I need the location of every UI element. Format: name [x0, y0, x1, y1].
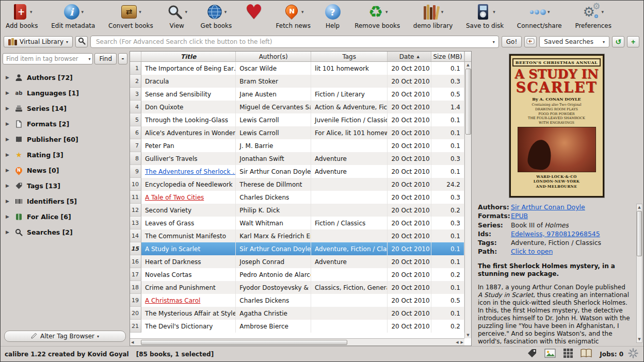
book-tags-cell[interactable] [311, 229, 388, 242]
toolbar-button-convert-books[interactable]: ⇄▾Convert books [107, 2, 154, 29]
toolbar-button-library[interactable]: ▾demo library [412, 2, 454, 29]
book-date-cell[interactable]: 20 Oct 2010 [388, 229, 431, 242]
column-header-size[interactable]: Size (MB) [431, 52, 464, 61]
book-tags-cell[interactable]: For Alice, lit 101 homework [311, 126, 388, 139]
column-header-authors[interactable]: Author(s) [236, 52, 311, 61]
book-row[interactable]: 8Gulliver's TravelsJonathan SwiftAdventu… [130, 152, 464, 165]
book-size-cell[interactable]: 1.4 [431, 101, 464, 113]
book-authors-cell[interactable]: Oscar Wilde [236, 62, 311, 75]
book-tags-cell[interactable]: Adventure, Fiction / Clas… [311, 242, 388, 255]
book-tags-cell[interactable] [311, 178, 388, 191]
book-title-cell[interactable]: Novelas Cortas [141, 268, 236, 281]
book-date-cell[interactable]: 20 Oct 2010 [388, 307, 431, 320]
book-size-cell[interactable]: 0.1 [431, 255, 464, 268]
book-row[interactable]: 12Second VarietyPhilip K. Dick20 Oct 201… [130, 204, 464, 217]
book-title-cell[interactable]: Through the Looking-Glass [141, 113, 236, 126]
book-row[interactable]: 15A Study in ScarletSir Arthur Conan Doy… [130, 242, 464, 255]
detail-field-value[interactable]: Click to open [511, 247, 553, 256]
book-title-cell[interactable]: Encyclopedia of Needlework [141, 178, 236, 191]
book-authors-cell[interactable]: Therese de Dillmont [236, 178, 311, 191]
book-authors-cell[interactable]: Sir Arthur Conan Doyle [236, 165, 311, 178]
book-tags-cell[interactable]: lit 101 homework [311, 62, 388, 75]
sidebar-item-news[interactable]: ▶NNews [0] [3, 162, 127, 178]
toolbar-button-fetch-news[interactable]: N▾Fetch news [275, 2, 312, 29]
book-size-cell[interactable]: 0.1 [431, 165, 464, 178]
scroll-left-arrow[interactable]: ◀ [456, 339, 458, 345]
book-authors-cell[interactable]: Joseph Conrad [236, 255, 311, 268]
expand-triangle-icon[interactable]: ▶ [6, 183, 11, 188]
book-row[interactable]: 19A Christmas CarolCharles Dickens20 Oct… [130, 294, 464, 307]
find-button[interactable]: Find [94, 53, 117, 64]
book-size-cell[interactable]: 0.1 [431, 62, 464, 75]
book-date-cell[interactable]: 20 Oct 2010 [388, 113, 431, 126]
book-authors-cell[interactable]: Pedro Antonio de Alarcón [236, 268, 311, 281]
toolbar-button-edit-metadata[interactable]: i▾Edit metadata [50, 2, 96, 29]
vertical-scroll-thumb[interactable] [465, 69, 471, 135]
book-size-cell[interactable]: 0.1 [431, 307, 464, 320]
search-history-dropdown-icon[interactable]: ▾ [493, 40, 495, 44]
toolbar-button-save-to-disk[interactable]: ▾Save to disk [465, 2, 505, 29]
book-size-cell[interactable]: 0.2 [431, 204, 464, 217]
chevron-down-icon[interactable]: ▾ [139, 9, 141, 14]
book-size-cell[interactable]: 0.5 [431, 88, 464, 101]
sidebar-item-publisher[interactable]: ▶Publisher [60] [3, 131, 127, 147]
book-authors-cell[interactable]: Philip K. Dick [236, 204, 311, 217]
book-authors-cell[interactable]: Walt Whitman [236, 217, 311, 229]
toolbar-button-add-books[interactable]: +▾Add books [5, 2, 39, 29]
book-size-cell[interactable]: 0.5 [431, 294, 464, 307]
book-authors-cell[interactable]: Lewis Carroll [236, 113, 311, 126]
book-title-cell[interactable]: The Communist Manifesto [141, 229, 236, 242]
book-title-cell[interactable]: A Christmas Carol [141, 294, 236, 307]
chevron-down-icon[interactable]: ▾ [82, 9, 84, 14]
book-row[interactable]: 21The Devil's DictionaryAmbrose Bierce20… [130, 320, 464, 333]
expand-triangle-icon[interactable]: ▶ [6, 75, 11, 80]
alter-tag-browser-button[interactable]: Alter Tag Browser ▾ [4, 331, 126, 342]
book-size-cell[interactable]: 0.3 [431, 75, 464, 88]
sidebar-item-tags[interactable]: ▶Tags [13] [3, 178, 127, 193]
details-scroll-thumb[interactable] [637, 211, 642, 256]
go-button[interactable]: Go! [502, 36, 522, 47]
toolbar-button-view[interactable]: ▾View [165, 2, 188, 29]
book-size-cell[interactable]: 0.1 [431, 242, 464, 255]
tag-browser-find-input[interactable] [3, 53, 93, 64]
toolbar-button-remove-books[interactable]: ♻▾Remove books [353, 2, 401, 29]
book-title-cell[interactable]: The Mysterious Affair at Styles [141, 307, 236, 320]
book-size-cell[interactable]: 24.2 [431, 178, 464, 191]
scroll-up-arrow[interactable]: ▲ [466, 62, 469, 68]
book-tags-cell[interactable] [311, 204, 388, 217]
book-size-cell[interactable]: 0.1 [431, 281, 464, 294]
scroll-up-arrow[interactable]: ▲ [638, 204, 640, 210]
expand-triangle-icon[interactable]: ▶ [6, 214, 11, 219]
vertical-scrollbar[interactable]: ▲ ▼ [464, 62, 471, 338]
book-row[interactable]: 16Heart of DarknessJoseph ConradAdventur… [130, 255, 464, 268]
book-authors-cell[interactable]: Miguel de Cervantes Saa… [236, 101, 311, 113]
sidebar-item-searches[interactable]: ▶Searches [2] [3, 224, 127, 240]
book-size-cell[interactable]: 0.3 [431, 191, 464, 204]
book-date-cell[interactable]: 20 Oct 2010 [388, 204, 431, 217]
book-title-cell[interactable]: The Adventures of Sherlock … [141, 165, 236, 178]
book-date-cell[interactable]: 20 Oct 2010 [388, 255, 431, 268]
book-row[interactable]: 9The Adventures of Sherlock …Sir Arthur … [130, 165, 464, 178]
book-authors-cell[interactable]: Jonathan Swift [236, 152, 311, 165]
book-size-cell[interactable]: 0.1 [431, 126, 464, 139]
book-date-cell[interactable]: 20 Oct 2010 [388, 152, 431, 165]
book-date-cell[interactable]: 20 Oct 2010 [388, 320, 431, 333]
toolbar-button-help[interactable]: ?Help [323, 2, 343, 29]
sidebar-item-rating[interactable]: ▶★Rating [3] [3, 147, 127, 162]
book-date-cell[interactable]: 20 Oct 2010 [388, 101, 431, 113]
sidebar-item-series[interactable]: ▶Series [14] [3, 101, 127, 116]
book-row[interactable]: 6Alice's Adventures in Wonder…Lewis Carr… [130, 126, 464, 139]
book-row[interactable]: 5Through the Looking-GlassLewis CarrollJ… [130, 113, 464, 126]
book-title-cell[interactable]: A Tale of Two Cities [141, 191, 236, 204]
detail-field-value[interactable]: Sir Arthur Conan Doyle [511, 203, 585, 211]
book-row[interactable]: 14The Communist ManifestoKarl Marx & Fri… [130, 229, 464, 242]
book-title-cell[interactable]: Second Variety [141, 204, 236, 217]
book-title-cell[interactable]: Crime and Punishment [141, 281, 236, 294]
cover-browser-toggle[interactable] [543, 348, 557, 360]
scroll-down-arrow[interactable]: ▼ [638, 336, 640, 342]
book-row[interactable]: 17Novelas CortasPedro Antonio de Alarcón… [130, 268, 464, 281]
book-size-cell[interactable]: 0.2 [431, 268, 464, 281]
toolbar-button-donate[interactable]: ♥ [244, 2, 264, 29]
book-title-cell[interactable]: The Importance of Being Ear… [141, 62, 236, 75]
saved-searches-combo[interactable]: Saved Searches ▾ [539, 36, 609, 47]
